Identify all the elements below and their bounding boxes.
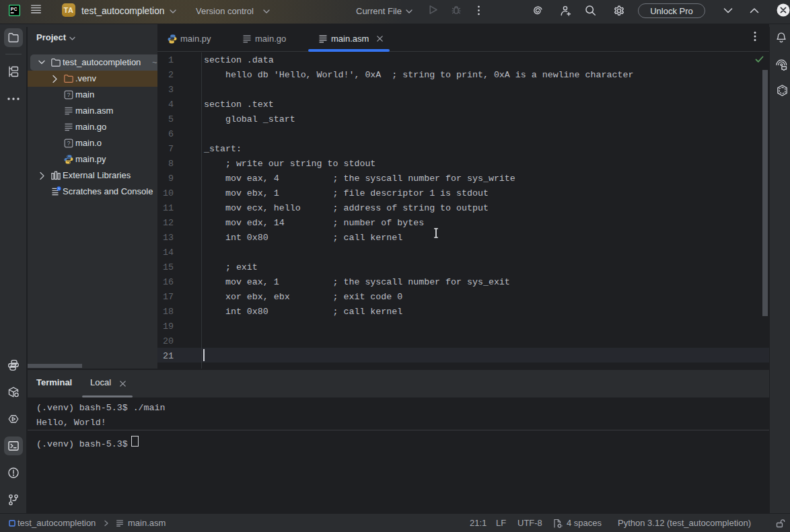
svg-text:PC: PC [11,7,17,11]
svg-text:?: ? [67,140,70,147]
svg-text:?: ? [67,91,70,98]
